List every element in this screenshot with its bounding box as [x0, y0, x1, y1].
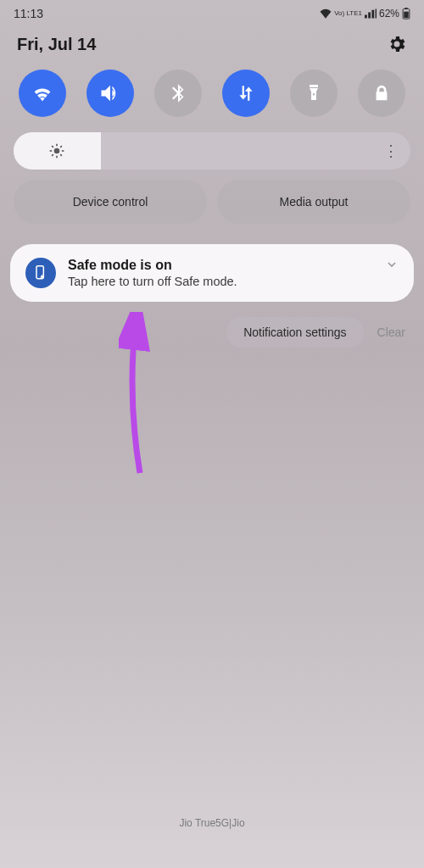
network-indicator: Vo) LTE1	[334, 10, 362, 17]
bluetooth-toggle[interactable]	[154, 70, 202, 117]
carrier-footer: Jio True5G|Jio	[0, 817, 424, 829]
clear-button[interactable]: Clear	[372, 317, 410, 348]
phone-alert-icon	[32, 264, 49, 281]
notification-body: Safe mode is on Tap here to turn off Saf…	[68, 258, 373, 288]
device-chips: Device control Media output	[0, 180, 424, 237]
flashlight-icon	[304, 83, 324, 103]
rotation-lock-toggle[interactable]	[358, 70, 405, 117]
svg-rect-2	[404, 12, 408, 18]
signal-icon	[365, 8, 377, 19]
gear-icon	[387, 34, 407, 54]
date-row: Fri, Jul 14	[0, 24, 424, 66]
clear-label: Clear	[377, 326, 405, 339]
quick-toggles	[0, 66, 424, 129]
wifi-status-icon	[320, 8, 332, 19]
media-output-button[interactable]: Media output	[217, 180, 410, 224]
status-icons-right: Vo) LTE1 62%	[320, 8, 410, 19]
device-control-button[interactable]: Device control	[14, 180, 207, 224]
notification-app-icon	[25, 258, 56, 288]
bluetooth-icon	[167, 82, 189, 104]
lock-icon	[372, 84, 391, 103]
brightness-slider[interactable]: ⋮	[14, 132, 410, 170]
chevron-down-icon[interactable]	[385, 258, 399, 271]
wifi-toggle[interactable]	[19, 70, 66, 117]
device-control-label: Device control	[73, 195, 148, 209]
battery-pct: 62%	[379, 8, 399, 19]
svg-point-3	[54, 148, 60, 154]
settings-button[interactable]	[387, 34, 407, 54]
data-sync-toggle[interactable]	[222, 70, 270, 117]
data-arrows-icon	[235, 82, 257, 104]
svg-line-10	[53, 154, 54, 156]
notification-settings-button[interactable]: Notification settings	[226, 317, 363, 348]
status-time: 11:13	[14, 7, 43, 20]
notification-actions: Notification settings Clear	[0, 309, 424, 356]
brightness-more-icon[interactable]: ⋮	[383, 142, 397, 160]
svg-rect-1	[404, 8, 407, 9]
status-bar: 11:13 Vo) LTE1 62%	[0, 0, 424, 24]
flashlight-toggle[interactable]	[290, 70, 338, 117]
brightness-fill	[14, 132, 101, 170]
notification-settings-label: Notification settings	[243, 326, 346, 339]
brightness-icon	[48, 142, 65, 159]
svg-line-8	[53, 146, 54, 147]
svg-line-9	[61, 154, 63, 156]
wifi-icon	[31, 81, 54, 105]
notification-title: Safe mode is on	[68, 258, 373, 273]
sound-toggle[interactable]	[86, 70, 134, 117]
notification-subtitle: Tap here to turn off Safe mode.	[68, 275, 373, 288]
battery-icon	[402, 8, 410, 19]
media-output-label: Media output	[280, 195, 349, 209]
sound-icon	[98, 81, 122, 105]
carrier-text: Jio True5G|Jio	[179, 817, 244, 829]
safe-mode-notification[interactable]: Safe mode is on Tap here to turn off Saf…	[10, 244, 414, 302]
svg-line-11	[61, 146, 63, 147]
date-text: Fri, Jul 14	[17, 35, 96, 54]
